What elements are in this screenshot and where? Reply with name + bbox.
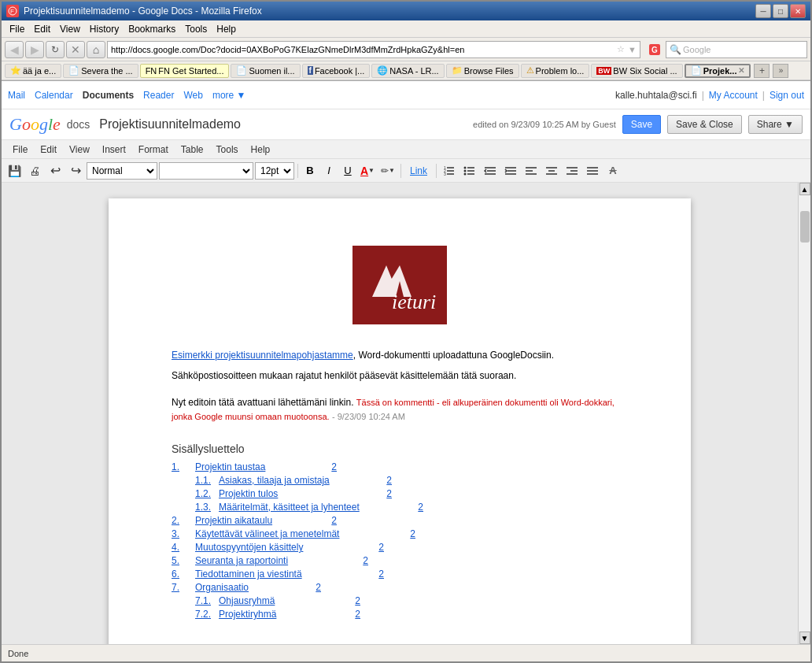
doc-link-1[interactable]: Esimerkki projektisuunnitelmapohjastamme <box>172 350 353 361</box>
calendar-link[interactable]: Calendar <box>35 90 73 101</box>
gdocs-menu-table[interactable]: Table <box>175 143 210 157</box>
toc-item-7[interactable]: 7. Organisaatio 2 <box>172 582 628 593</box>
paragraph-style-dropdown[interactable]: Normal <box>87 162 157 180</box>
toc-item-1-1[interactable]: 1.1. Asiakas, tilaaja ja omistaja 2 <box>172 475 628 486</box>
address-bar[interactable]: http://docs.google.com/Doc?docid=0AXBoPo… <box>107 41 640 58</box>
toc-item-5[interactable]: 5. Seuranta ja raportointi 2 <box>172 555 628 566</box>
minimize-button[interactable]: ─ <box>755 4 771 18</box>
bookmark-icon: f <box>308 66 313 75</box>
gdocs-menu-insert[interactable]: Insert <box>96 143 132 157</box>
menu-history[interactable]: History <box>85 22 124 36</box>
bookmark-browse[interactable]: 📁 Browse Files <box>446 64 519 78</box>
menu-tools[interactable]: Tools <box>180 22 212 36</box>
save-toolbar-button[interactable]: 💾 <box>5 162 24 180</box>
mail-link[interactable]: Mail <box>8 90 25 101</box>
sign-out-link[interactable]: Sign out <box>770 90 804 101</box>
reader-link[interactable]: Reader <box>143 90 174 101</box>
underline-button[interactable]: U <box>339 162 356 180</box>
bookmark-close-icon[interactable]: ✕ <box>738 66 744 75</box>
toc-item-6[interactable]: 6. Tiedottaminen ja viestintä 2 <box>172 569 628 580</box>
print-toolbar-button[interactable]: 🖨 <box>25 162 44 180</box>
font-size-dropdown[interactable]: 12pt <box>255 162 294 180</box>
bold-button[interactable]: B <box>301 162 319 180</box>
save-close-button[interactable]: Save & Close <box>667 115 742 134</box>
bookmark-severa[interactable]: 📄 Severa the ... <box>63 64 138 78</box>
tab-scroll-right-button[interactable]: » <box>773 64 788 78</box>
share-button[interactable]: Share ▼ <box>748 115 803 134</box>
bookmark-nasa[interactable]: 🌐 NASA - LR... <box>371 64 444 78</box>
scroll-up-button[interactable]: ▲ <box>799 183 810 195</box>
scroll-down-button[interactable]: ▼ <box>799 632 810 644</box>
toc-item-3[interactable]: 3. Käytettävät välineet ja menetelmät 2 <box>172 528 628 539</box>
vertical-scrollbar[interactable]: ▲ ▼ <box>798 183 810 644</box>
undo-toolbar-button[interactable]: ↩ <box>46 162 65 180</box>
stop-button[interactable]: ✕ <box>66 41 85 58</box>
justify-button[interactable] <box>583 162 602 180</box>
strikethrough-button[interactable]: A <box>603 162 622 180</box>
bookmark-fn[interactable]: FN FN Get Started... <box>140 64 230 78</box>
gdocs-menu-edit[interactable]: Edit <box>34 143 63 157</box>
menu-view[interactable]: View <box>55 22 85 36</box>
align-left-button[interactable] <box>522 162 541 180</box>
doc-para-3-prefix: Nyt editoin tätä avattuani lähettämäni l… <box>172 397 353 408</box>
window-controls: ─ □ ✕ <box>755 4 806 18</box>
toc-item-1-2[interactable]: 1.2. Projektin tulos 2 <box>172 488 628 499</box>
gdocs-menu-view[interactable]: View <box>63 143 96 157</box>
align-right-button[interactable] <box>563 162 581 180</box>
bookmark-suomen[interactable]: 📄 Suomen il... <box>231 64 300 78</box>
toc-item-1-3[interactable]: 1.3. Määritelmät, käsitteet ja lyhenteet… <box>172 502 628 513</box>
unordered-list-button[interactable] <box>460 162 479 180</box>
documents-link[interactable]: Documents <box>83 90 134 101</box>
document-scroll[interactable]: ieturi Esimerkki projektisuunnitelmapohj… <box>2 183 798 644</box>
highlight-button[interactable]: ✏ ▼ <box>378 162 397 180</box>
menu-help[interactable]: Help <box>212 22 241 36</box>
bookmark-aaja[interactable]: ⭐ ää ja e... <box>5 64 61 78</box>
forward-button[interactable]: ▶ <box>25 41 44 58</box>
toc-item-2[interactable]: 2. Projektin aikataulu 2 <box>172 515 628 526</box>
text-color-button[interactable]: A ▼ <box>358 162 377 180</box>
gdocs-menu-file[interactable]: File <box>6 143 34 157</box>
font-family-dropdown[interactable] <box>159 162 253 180</box>
more-link[interactable]: more ▼ <box>212 90 246 101</box>
scroll-thumb[interactable] <box>800 211 810 243</box>
app-content: Mail Calendar Documents Reader Web more … <box>2 80 810 661</box>
menu-edit[interactable]: Edit <box>29 22 55 36</box>
gdocs-menu-help[interactable]: Help <box>245 143 277 157</box>
toc-item-7-1[interactable]: 7.1. Ohjausryhmä 2 <box>172 595 628 606</box>
link-button[interactable]: Link <box>404 162 433 180</box>
search-engine-icon[interactable]: G <box>645 41 664 58</box>
my-account-link[interactable]: My Account <box>709 90 758 101</box>
gdocs-menu-tools[interactable]: Tools <box>210 143 245 157</box>
save-button[interactable]: Save <box>622 115 661 134</box>
bookmark-problem[interactable]: ⚠ Problem lo... <box>521 64 590 78</box>
web-link[interactable]: Web <box>183 90 202 101</box>
toc-item-4[interactable]: 4. Muutospyyntöjen käsittely 2 <box>172 542 628 553</box>
menu-bookmarks[interactable]: Bookmarks <box>124 22 180 36</box>
google-logo-text: Google <box>9 114 61 135</box>
bookmark-sixsocial[interactable]: BW BW Six Social ... <box>591 64 682 78</box>
toc-item-7-2[interactable]: 7.2. Projektiryhmä 2 <box>172 609 628 620</box>
indent-less-button[interactable] <box>481 162 500 180</box>
document-title[interactable]: Projektisuunnitelmademo <box>99 117 241 131</box>
close-button[interactable]: ✕ <box>790 4 806 18</box>
bookmark-icon: 🌐 <box>377 65 388 76</box>
italic-button[interactable]: I <box>320 162 338 180</box>
bookmark-facebook[interactable]: f Facebook |... <box>302 64 371 78</box>
svg-text:G: G <box>651 46 658 54</box>
bookmark-projek[interactable]: 📄 Projek... ✕ <box>685 64 751 78</box>
back-button[interactable]: ◀ <box>5 41 24 58</box>
search-bar[interactable]: 🔍 Google <box>666 41 807 58</box>
bookmark-star-icon[interactable]: ☆ <box>614 44 628 54</box>
maximize-button[interactable]: □ <box>773 4 788 18</box>
menu-file[interactable]: File <box>5 22 29 36</box>
toc-item-1[interactable]: 1. Projektin taustaa 2 <box>172 461 628 472</box>
refresh-button[interactable]: ↻ <box>46 41 65 58</box>
gdocs-menu-format[interactable]: Format <box>132 143 175 157</box>
redo-toolbar-button[interactable]: ↪ <box>66 162 85 180</box>
home-button[interactable]: ⌂ <box>87 41 105 58</box>
new-tab-button[interactable]: + <box>754 64 770 78</box>
align-center-button[interactable] <box>542 162 561 180</box>
indent-more-button[interactable] <box>501 162 520 180</box>
warning-icon: ⚠ <box>526 65 534 76</box>
ordered-list-button[interactable]: 123 <box>440 162 459 180</box>
